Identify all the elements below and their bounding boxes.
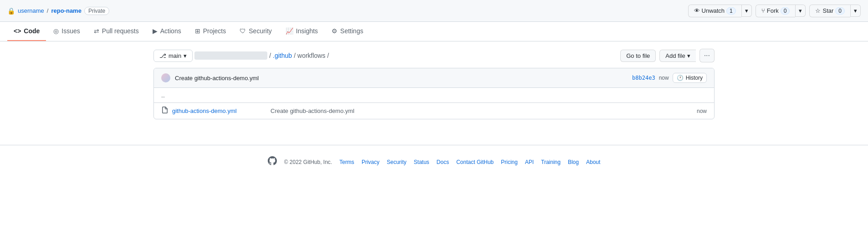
fork-group: ⑂ Fork 0 ▾: [756, 5, 806, 17]
projects-icon: ⊞: [195, 27, 200, 35]
footer-link-api[interactable]: API: [525, 159, 534, 165]
star-group: ☆ Star 0 ▾: [809, 5, 861, 17]
history-button[interactable]: 🕐 History: [673, 73, 707, 83]
commit-info-row: Create github-actions-demo.yml b8b24e3 n…: [154, 68, 714, 88]
repo-separator: /: [47, 7, 49, 14]
file-browser: Create github-actions-demo.yml b8b24e3 n…: [153, 68, 715, 119]
footer-link-pricing[interactable]: Pricing: [501, 159, 518, 165]
footer-link-about[interactable]: About: [586, 159, 600, 165]
tab-issues[interactable]: ◎ Issues: [47, 22, 86, 41]
parent-dir-label: ..: [161, 92, 165, 99]
file-time: now: [679, 108, 707, 114]
footer-link-training[interactable]: Training: [541, 159, 561, 165]
file-name-link[interactable]: github-actions-demo.yml: [172, 107, 263, 114]
blurred-path-segment: [194, 51, 267, 60]
file-icon: [161, 107, 168, 115]
insights-icon: 📈: [286, 27, 293, 35]
repo-nav: <> Code ◎ Issues ⇄ Pull requests ▶ Actio…: [0, 22, 868, 41]
breadcrumb-workflows: workflows: [297, 52, 325, 59]
code-icon: <>: [14, 27, 21, 35]
unwatch-dropdown-button[interactable]: ▾: [741, 5, 752, 17]
star-icon: ☆: [815, 7, 821, 14]
actions-icon: ▶: [153, 27, 158, 35]
table-row: github-actions-demo.yml Create github-ac…: [154, 103, 714, 119]
goto-file-button[interactable]: Go to file: [620, 50, 656, 62]
star-button[interactable]: ☆ Star 0: [809, 5, 850, 17]
star-dropdown-button[interactable]: ▾: [850, 5, 861, 17]
footer-link-contact[interactable]: Contact GitHub: [456, 159, 494, 165]
commit-sha[interactable]: b8b24e3: [632, 75, 655, 81]
more-options-button[interactable]: ···: [700, 49, 715, 62]
page-footer: © 2022 GitHub, Inc. Terms Privacy Securi…: [0, 145, 868, 186]
unwatch-button[interactable]: 👁 Unwatch 1: [688, 5, 741, 17]
add-file-button[interactable]: Add file ▾: [659, 50, 695, 62]
parent-dir-row: ..: [154, 88, 714, 103]
committer-avatar: [161, 73, 170, 82]
breadcrumb: ⎇ main ▾ / .github / workflows /: [153, 50, 329, 62]
branch-chevron: ▾: [184, 52, 187, 59]
branch-selector[interactable]: ⎇ main ▾: [153, 50, 193, 62]
commit-message: Create github-actions-demo.yml: [175, 75, 259, 82]
tab-actions[interactable]: ▶ Actions: [146, 22, 188, 41]
history-icon: 🕐: [677, 75, 684, 81]
footer-copyright: © 2022 GitHub, Inc.: [284, 159, 332, 165]
footer-link-privacy[interactable]: Privacy: [362, 159, 379, 165]
tab-security[interactable]: 🛡 Security: [233, 22, 278, 41]
footer-link-security[interactable]: Security: [387, 159, 406, 165]
file-commit-message: Create github-actions-demo.yml: [263, 107, 679, 114]
tab-settings[interactable]: ⚙ Settings: [325, 22, 370, 41]
issues-icon: ◎: [53, 27, 59, 35]
settings-icon: ⚙: [332, 27, 337, 35]
repo-name-link[interactable]: repo-name: [51, 7, 81, 14]
commit-time: now: [659, 75, 669, 81]
repo-info: 🔒 username / repo-name Private: [7, 7, 109, 15]
eye-icon: 👁: [694, 7, 700, 14]
fork-icon: ⑂: [761, 7, 765, 14]
repo-owner-link[interactable]: username: [18, 7, 44, 14]
commit-right: b8b24e3 now 🕐 History: [632, 73, 707, 83]
main-content: ⎇ main ▾ / .github / workflows / Go to f…: [143, 41, 725, 127]
footer-link-blog[interactable]: Blog: [568, 159, 579, 165]
add-file-group: Add file ▾: [659, 50, 695, 62]
top-header: 🔒 username / repo-name Private 👁 Unwatch…: [0, 0, 868, 22]
github-logo: [268, 156, 277, 168]
tab-pull-requests[interactable]: ⇄ Pull requests: [87, 22, 145, 41]
unwatch-group: 👁 Unwatch 1 ▾: [688, 5, 752, 17]
footer-link-status[interactable]: Status: [414, 159, 429, 165]
branch-icon: ⎇: [159, 52, 166, 59]
security-icon: 🛡: [240, 27, 246, 35]
footer-link-docs[interactable]: Docs: [437, 159, 449, 165]
repo-actions: 👁 Unwatch 1 ▾ ⑂ Fork 0 ▾ ☆ Star 0 ▾: [688, 5, 861, 17]
file-controls: Go to file Add file ▾ ···: [620, 49, 715, 62]
repo-controls-row: ⎇ main ▾ / .github / workflows / Go to f…: [153, 49, 715, 62]
fork-dropdown-button[interactable]: ▾: [795, 5, 806, 17]
add-file-chevron: ▾: [687, 52, 690, 59]
private-badge: Private: [84, 7, 109, 15]
commit-left: Create github-actions-demo.yml: [161, 73, 259, 82]
tab-code[interactable]: <> Code: [7, 22, 46, 41]
footer-link-terms[interactable]: Terms: [339, 159, 354, 165]
tab-projects[interactable]: ⊞ Projects: [189, 22, 233, 41]
fork-button[interactable]: ⑂ Fork 0: [756, 5, 796, 17]
lock-icon: 🔒: [7, 7, 15, 15]
tab-insights[interactable]: 📈 Insights: [279, 22, 324, 41]
pr-icon: ⇄: [94, 27, 99, 35]
breadcrumb-github-link[interactable]: .github: [273, 52, 292, 59]
